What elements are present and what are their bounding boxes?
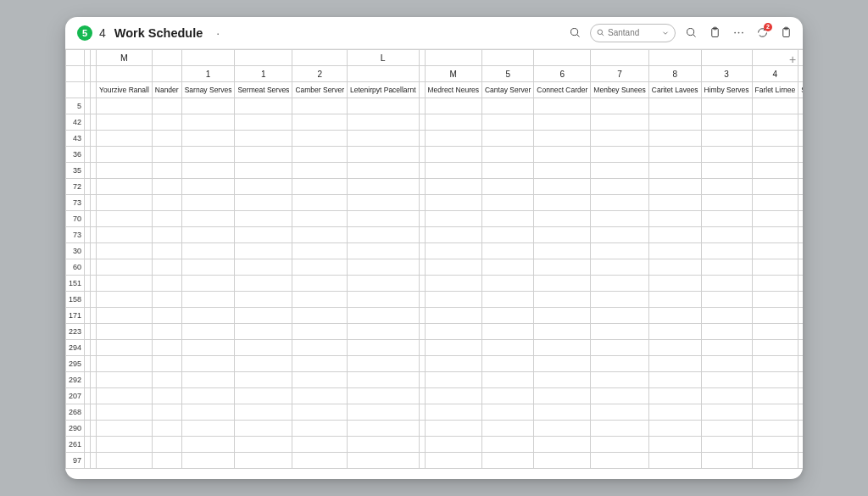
cell[interactable] — [701, 179, 752, 195]
row-number[interactable]: 70 — [66, 211, 85, 227]
cell[interactable] — [701, 163, 752, 179]
cell[interactable] — [534, 259, 591, 276]
cell[interactable]: 1 — [181, 66, 235, 82]
cell[interactable] — [91, 66, 97, 82]
cell[interactable]: 7 — [591, 66, 648, 82]
cell[interactable] — [798, 98, 803, 114]
cell[interactable] — [752, 453, 798, 469]
cell[interactable] — [648, 195, 701, 211]
cell[interactable] — [97, 66, 153, 82]
cell[interactable] — [701, 114, 752, 131]
cell[interactable] — [534, 227, 591, 243]
cell[interactable] — [425, 388, 481, 404]
cell[interactable]: Sardey Lanees — [798, 82, 803, 98]
cell[interactable] — [85, 259, 91, 276]
cell[interactable] — [648, 372, 701, 388]
cell[interactable] — [152, 356, 181, 372]
cell[interactable] — [591, 243, 648, 259]
cell[interactable] — [91, 356, 97, 372]
cell[interactable] — [348, 179, 420, 195]
row-number[interactable]: 294 — [66, 340, 85, 356]
cell[interactable] — [534, 211, 591, 227]
cell[interactable] — [66, 82, 85, 98]
cell[interactable] — [85, 356, 91, 372]
cell[interactable] — [85, 324, 91, 340]
cell[interactable] — [798, 421, 803, 437]
cell[interactable] — [292, 388, 348, 404]
cell[interactable] — [534, 308, 591, 324]
cell[interactable] — [348, 372, 420, 388]
cell[interactable] — [235, 179, 292, 195]
cell[interactable]: Yourzive Ranall — [97, 82, 153, 98]
cell[interactable] — [181, 243, 235, 259]
cell[interactable] — [481, 324, 533, 340]
cell[interactable] — [97, 372, 153, 388]
cell[interactable] — [97, 404, 153, 421]
cell[interactable] — [591, 259, 648, 276]
cell[interactable] — [292, 163, 348, 179]
cell[interactable] — [752, 421, 798, 437]
cell[interactable] — [181, 98, 235, 114]
cell[interactable] — [419, 372, 425, 388]
cell[interactable] — [425, 276, 481, 292]
cell[interactable] — [97, 179, 153, 195]
cell[interactable] — [348, 131, 420, 147]
search-icon[interactable] — [566, 25, 583, 42]
cell[interactable] — [235, 211, 292, 227]
search-icon-2[interactable] — [682, 25, 699, 42]
cell[interactable] — [85, 453, 91, 469]
cell[interactable] — [152, 163, 181, 179]
cell[interactable] — [752, 259, 798, 276]
cell[interactable] — [481, 114, 533, 131]
cell[interactable] — [648, 292, 701, 308]
cell[interactable] — [798, 163, 803, 179]
cell[interactable] — [181, 404, 235, 421]
cell[interactable] — [91, 243, 97, 259]
cell[interactable] — [752, 211, 798, 227]
row-number[interactable]: 73 — [66, 195, 85, 211]
cell[interactable] — [701, 453, 752, 469]
cell[interactable] — [97, 259, 153, 276]
cell[interactable] — [348, 114, 420, 131]
cell[interactable]: 2 — [292, 66, 348, 82]
cell[interactable] — [181, 372, 235, 388]
search-dropdown[interactable] — [590, 24, 676, 42]
cell[interactable] — [425, 421, 481, 437]
cell[interactable] — [85, 147, 91, 163]
cell[interactable] — [292, 243, 348, 259]
cell[interactable] — [85, 276, 91, 292]
cell[interactable] — [292, 404, 348, 421]
cell[interactable] — [648, 131, 701, 147]
cell[interactable] — [419, 356, 425, 372]
cell[interactable] — [181, 259, 235, 276]
cell[interactable]: Camber Server — [292, 82, 348, 98]
cell[interactable] — [534, 421, 591, 437]
cell[interactable] — [648, 437, 701, 453]
cell[interactable] — [534, 98, 591, 114]
cell[interactable] — [648, 163, 701, 179]
row-number[interactable]: 36 — [66, 147, 85, 163]
cell[interactable] — [648, 404, 701, 421]
cell[interactable] — [481, 259, 533, 276]
cell[interactable] — [91, 324, 97, 340]
cell[interactable] — [97, 437, 153, 453]
cell[interactable] — [481, 292, 533, 308]
cell[interactable] — [648, 388, 701, 404]
row-number[interactable]: 268 — [66, 404, 85, 421]
cell[interactable] — [152, 114, 181, 131]
row-number[interactable]: 261 — [66, 437, 85, 453]
cell[interactable] — [235, 131, 292, 147]
cell[interactable] — [752, 356, 798, 372]
row-number[interactable]: 223 — [66, 324, 85, 340]
cell[interactable] — [425, 179, 481, 195]
cell[interactable] — [235, 50, 292, 66]
cell[interactable]: 1 — [235, 66, 292, 82]
cell[interactable] — [152, 66, 181, 82]
cell[interactable] — [91, 308, 97, 324]
cell[interactable] — [85, 66, 91, 82]
cell[interactable] — [91, 147, 97, 163]
row-number[interactable]: 30 — [66, 243, 85, 259]
cell[interactable] — [752, 195, 798, 211]
cell[interactable] — [91, 179, 97, 195]
cell[interactable] — [798, 404, 803, 421]
